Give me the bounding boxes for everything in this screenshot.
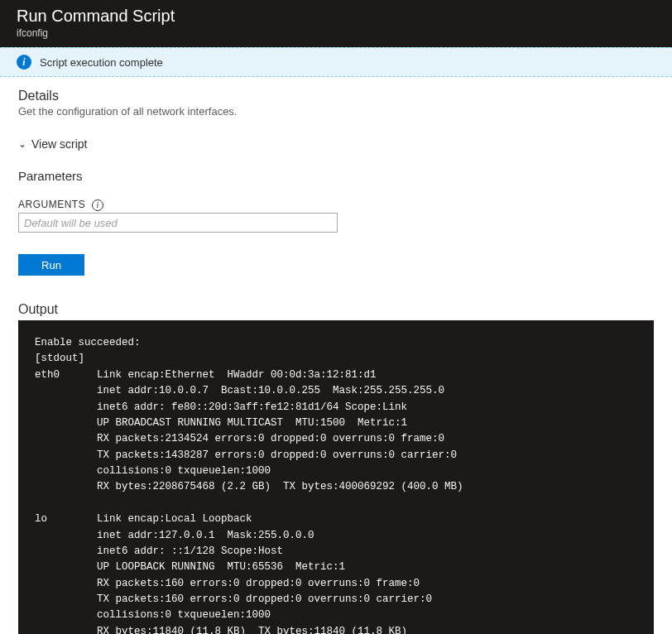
parameters-heading: Parameters [18,169,654,183]
arguments-label-text: ARGUMENTS [18,199,85,210]
arguments-input[interactable] [18,213,338,233]
details-heading: Details [18,89,654,103]
view-script-label: View script [31,137,87,151]
blade-title: Run Command Script [17,7,655,26]
chevron-down-icon: ⌄ [18,138,26,150]
status-banner-message: Script execution complete [40,56,163,69]
blade-header: Run Command Script ifconfig [0,0,672,47]
view-script-toggle[interactable]: ⌄ View script [18,137,87,151]
output-heading: Output [18,302,654,317]
output-terminal[interactable]: Enable succeeded: [stdout] eth0 Link enc… [18,320,654,634]
details-description: Get the configuration of all network int… [18,105,654,118]
content-area: Details Get the configuration of all net… [0,77,672,634]
run-button[interactable]: Run [18,254,84,276]
parameter-row: ARGUMENTS i [18,196,654,233]
info-icon[interactable]: i [92,199,103,211]
arguments-label: ARGUMENTS i [18,199,103,210]
info-icon: i [17,55,31,70]
status-banner: i Script execution complete [0,47,672,77]
blade-subtitle: ifconfig [17,27,655,39]
